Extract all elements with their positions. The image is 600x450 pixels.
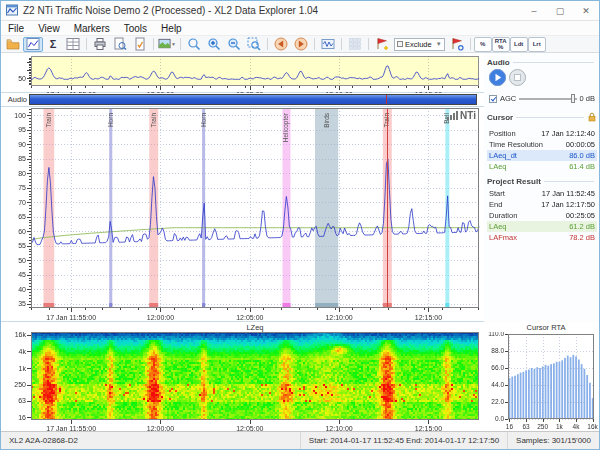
- menu-item-view[interactable]: View: [31, 23, 67, 34]
- audio-export-button[interactable]: [318, 37, 338, 52]
- status-bar: XL2 A2A-02868-D2 Start: 2014-01-17 11:52…: [1, 431, 599, 449]
- window-title: Z2 NTi Traffic Noise Demo 2 (Processed) …: [23, 5, 318, 16]
- print-preview-button[interactable]: [110, 37, 130, 52]
- stop-button[interactable]: [509, 69, 526, 90]
- cursor-group-title: Cursor: [487, 113, 513, 122]
- gain-slider-handle[interactable]: [571, 94, 575, 103]
- samples-count: Samples: 301/15'000: [507, 432, 599, 449]
- level-chart-panel: NTi: [1, 107, 484, 322]
- open-button[interactable]: [3, 37, 23, 52]
- play-button[interactable]: [489, 69, 506, 90]
- overview-waveform-canvas[interactable]: [1, 53, 484, 93]
- gain-value: 0 dB: [580, 94, 595, 103]
- audio-cursor[interactable]: [386, 95, 387, 104]
- zoom-in-button[interactable]: [204, 37, 224, 52]
- level-chart-canvas[interactable]: [1, 107, 484, 322]
- zoom-reset-button[interactable]: [244, 37, 264, 52]
- cursor-row-laeq-dt: LAeq_dt86.0 dB: [487, 150, 597, 161]
- title-bar: Z2 NTi Traffic Noise Demo 2 (Processed) …: [1, 1, 599, 21]
- app-icon: [6, 2, 18, 20]
- lrt-view-button[interactable]: Lrt: [528, 37, 546, 52]
- menu-item-file[interactable]: File: [1, 23, 31, 34]
- skip-forward-button[interactable]: [291, 37, 311, 52]
- audio-group: Audio AGC 0 dB: [487, 58, 597, 103]
- print-button[interactable]: [90, 37, 110, 52]
- cursor-row-position: Position17 Jan 12:12:40: [487, 128, 597, 139]
- cursor-rta-panel: Cursor RTA: [484, 322, 600, 433]
- project-row-duration: Duration00:25:05: [487, 210, 597, 221]
- audio-track-panel: Audio: [1, 93, 484, 107]
- minimize-button[interactable]: –: [521, 1, 547, 20]
- audio-group-title: Audio: [487, 58, 510, 67]
- device-id: XL2 A2A-02868-D2: [1, 432, 300, 449]
- marker-add-button[interactable]: [372, 37, 392, 52]
- project-row-end: End17 Jan 12:17:50: [487, 199, 597, 210]
- zoom-out-button[interactable]: [224, 37, 244, 52]
- skip-back-button[interactable]: [271, 37, 291, 52]
- toolbar: Σ▼Exclude▼%RTA %LdtLrt: [1, 36, 599, 53]
- recording-range: Start: 2014-01-17 11:52:45 End: 2014-01-…: [300, 432, 507, 449]
- spectrogram-canvas[interactable]: [1, 332, 484, 433]
- sum-view-button[interactable]: Σ: [43, 37, 63, 52]
- chart-area: Audio NTi LZeq: [1, 53, 484, 433]
- project-row-lafmax: LAFmax78.2 dB: [487, 232, 597, 243]
- sidebar: Audio AGC 0 dB Cursor Position17 Jan 12:…: [484, 53, 600, 433]
- spectrogram-title: LZeq: [31, 323, 479, 332]
- ldt-view-button[interactable]: Ldt: [510, 37, 528, 52]
- audio-track-label: Audio: [1, 95, 29, 104]
- agc-checkbox[interactable]: [489, 95, 497, 103]
- lock-icon[interactable]: [587, 108, 597, 126]
- marker-clear-button[interactable]: [447, 37, 467, 52]
- table-view-button[interactable]: [63, 37, 83, 52]
- menu-item-help[interactable]: Help: [154, 23, 189, 34]
- zoom-cursor-button[interactable]: [184, 37, 204, 52]
- menu-item-markers[interactable]: Markers: [67, 23, 117, 34]
- cursor-group: Cursor Position17 Jan 12:12:40Time Resol…: [487, 108, 597, 172]
- project-result-title: Project Result: [487, 177, 541, 186]
- audio-track-bar[interactable]: [29, 94, 477, 105]
- cursor-row-time-resolution: Time Resolution00:00:05: [487, 139, 597, 150]
- cursor-rta-canvas[interactable]: [484, 332, 600, 433]
- menu-bar: FileViewMarkersToolsHelp: [1, 21, 599, 36]
- overview-waveform-panel: [1, 53, 484, 93]
- gain-slider[interactable]: [519, 94, 576, 103]
- nti-logo: NTi: [447, 111, 476, 120]
- image-export-button[interactable]: ▼: [157, 37, 177, 52]
- graph-view-button[interactable]: [23, 37, 43, 52]
- marker-type-dropdown[interactable]: Exclude▼: [394, 38, 445, 51]
- cursor-rta-title: Cursor RTA: [498, 323, 594, 332]
- rta-percent-button[interactable]: RTA %: [492, 37, 510, 52]
- project-row-start: Start17 Jan 11:52:45: [487, 188, 597, 199]
- project-row-laeq: LAeq61.2 dB: [487, 221, 597, 232]
- maximize-button[interactable]: ▢: [547, 1, 573, 20]
- cursor-row-laeq: LAeq61.4 dB: [487, 161, 597, 172]
- grid-view-button[interactable]: [345, 37, 365, 52]
- app-window: Z2 NTi Traffic Noise Demo 2 (Processed) …: [0, 0, 600, 450]
- agc-label: AGC: [500, 94, 516, 103]
- spectrogram-panel: LZeq: [1, 322, 484, 433]
- project-result-group: Project Result Start17 Jan 11:52:45End17…: [487, 177, 597, 243]
- close-button[interactable]: ✕: [573, 1, 599, 20]
- menu-item-tools[interactable]: Tools: [117, 23, 154, 34]
- report-button[interactable]: [130, 37, 150, 52]
- percent-view-button[interactable]: %: [474, 37, 492, 52]
